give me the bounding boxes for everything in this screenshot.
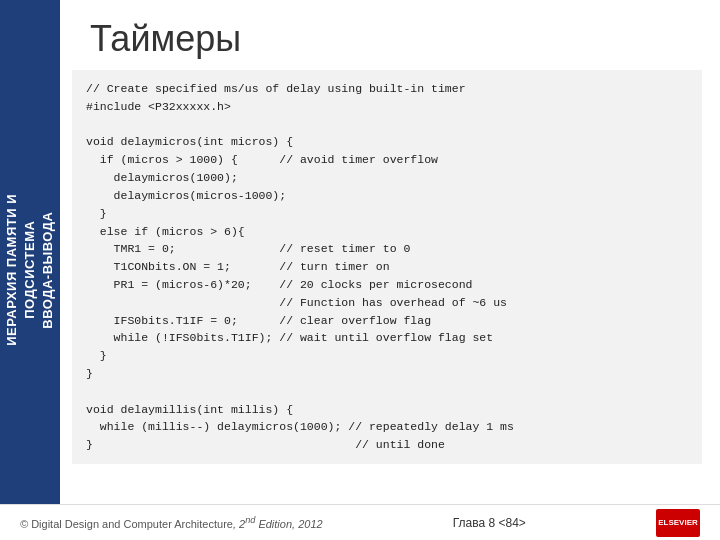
code-block: // Create specified ms/us of delay using… (86, 80, 688, 454)
sidebar: ИЕРАРХИЯ ПАМЯТИ ИПОДСИСТЕМАВВОДА-ВЫВОДА (0, 0, 60, 540)
main-content: Таймеры // Create specified ms/us of del… (60, 0, 720, 504)
elsevier-logo: ELSEVIER (656, 509, 700, 537)
footer: © Digital Design and Computer Architectu… (0, 504, 720, 540)
title-bar: Таймеры (60, 0, 720, 70)
footer-logo-area: ELSEVIER (656, 509, 700, 537)
sidebar-label: ИЕРАРХИЯ ПАМЯТИ ИПОДСИСТЕМАВВОДА-ВЫВОДА (3, 194, 58, 346)
slide: ИЕРАРХИЯ ПАМЯТИ ИПОДСИСТЕМАВВОДА-ВЫВОДА … (0, 0, 720, 540)
page-title: Таймеры (90, 18, 690, 60)
footer-chapter: Глава 8 <84> (453, 516, 526, 530)
code-container: // Create specified ms/us of delay using… (72, 70, 702, 464)
footer-copyright-text: Digital Design and Computer Architecture (31, 518, 233, 530)
footer-copyright: © Digital Design and Computer Architectu… (20, 515, 323, 530)
logo-text: ELSEVIER (658, 518, 698, 527)
